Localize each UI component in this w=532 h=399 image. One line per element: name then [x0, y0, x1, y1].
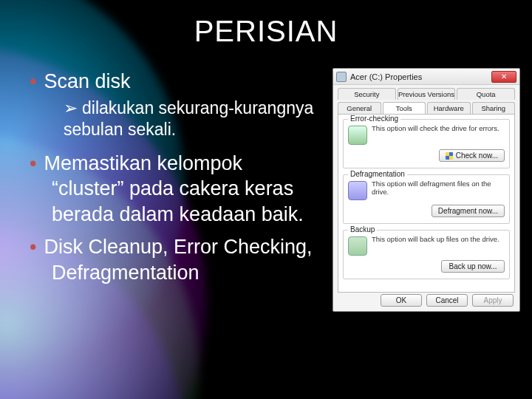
- group-backup: Backup This option will back up files on…: [343, 230, 510, 279]
- group-title: Defragmentation: [348, 170, 407, 178]
- dialog-buttons: OK Cancel Apply: [381, 294, 514, 307]
- bullet-dot-icon: •: [30, 70, 36, 92]
- tab-hardware[interactable]: Hardware: [427, 102, 471, 114]
- dialog-title: Acer (C:) Properties: [350, 72, 491, 81]
- bullet-3: •Disk Cleanup, Error Checking, Defragmen…: [30, 234, 325, 285]
- tab-quota[interactable]: Quota: [457, 88, 515, 100]
- properties-dialog: Acer (C:) Properties ✕ Security Previous…: [332, 68, 520, 312]
- tabs-row-top: Security Previous Versions Quota: [333, 85, 519, 100]
- defragment-now-button[interactable]: Defragment now...: [432, 205, 505, 217]
- check-now-button[interactable]: Check now...: [439, 149, 505, 162]
- slide-content: •Scan disk ➢dilakukan sekurang-kurangnya…: [30, 70, 325, 293]
- bullet-2-line1: Memastikan kelompok: [44, 152, 242, 174]
- tab-previous-versions[interactable]: Previous Versions: [398, 88, 456, 100]
- backup-now-button[interactable]: Back up now...: [441, 260, 505, 273]
- tab-security[interactable]: Security: [338, 88, 396, 100]
- bullet-2-line2: “cluster” pada cakera keras: [52, 176, 325, 202]
- close-button[interactable]: ✕: [491, 71, 516, 83]
- check-disk-icon: [348, 126, 367, 145]
- slide: PERISIAN •Scan disk ➢dilakukan sekurang-…: [0, 0, 532, 399]
- button-label: Defragment now...: [438, 207, 498, 215]
- bullet-2: •Memastikan kelompok “cluster” pada cake…: [30, 151, 325, 228]
- bullet-1-text: Scan disk: [44, 70, 130, 92]
- cancel-button[interactable]: Cancel: [426, 294, 468, 307]
- group-error-checking: Error-checking This option will check th…: [343, 119, 510, 168]
- button-label: Check now...: [456, 151, 498, 160]
- drive-icon: [336, 72, 347, 82]
- bullet-dot-icon: •: [30, 152, 36, 174]
- sub-bullet-1: ➢dilakukan sekurang-kurangnya sebulan se…: [64, 98, 325, 140]
- dialog-titlebar[interactable]: Acer (C:) Properties ✕: [333, 69, 519, 85]
- bullet-2-line3: berada dalam keadaan baik.: [52, 202, 325, 228]
- bullet-1: •Scan disk: [30, 70, 325, 93]
- group-desc: This option will back up files on the dr…: [372, 235, 499, 243]
- button-label: Back up now...: [449, 262, 497, 270]
- tools-panel: Error-checking This option will check th…: [338, 114, 515, 293]
- group-desc: This option will check the drive for err…: [372, 124, 499, 132]
- tab-sharing[interactable]: Sharing: [472, 102, 516, 114]
- ok-button[interactable]: OK: [381, 294, 422, 307]
- arrow-icon: ➢: [64, 98, 78, 117]
- shield-icon: [446, 152, 453, 160]
- tab-general[interactable]: General: [338, 102, 381, 114]
- bullet-3-line1: Disk Cleanup, Error Checking,: [44, 236, 312, 258]
- defragment-icon: [348, 181, 367, 200]
- apply-button[interactable]: Apply: [472, 294, 514, 307]
- group-desc: This option will defragment files on the…: [372, 180, 505, 197]
- slide-title: PERISIAN: [0, 15, 532, 48]
- tab-tools[interactable]: Tools: [383, 102, 426, 114]
- group-title: Error-checking: [348, 115, 400, 123]
- group-defragmentation: Defragmentation This option will defragm…: [343, 174, 510, 224]
- sub-bullet-1-text: dilakukan sekurang-kurangnya sebulan sek…: [64, 98, 313, 139]
- bullet-dot-icon: •: [30, 236, 36, 258]
- bullet-3-line2: Defragmentation: [52, 260, 325, 286]
- group-title: Backup: [348, 225, 377, 233]
- tabs-row-bottom: General Tools Hardware Sharing: [333, 99, 519, 114]
- backup-icon: [348, 236, 367, 256]
